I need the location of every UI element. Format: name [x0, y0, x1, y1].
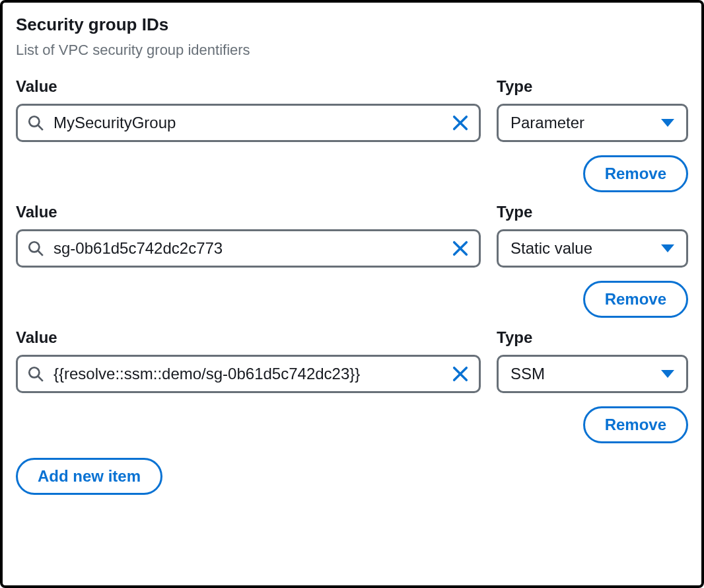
remove-button[interactable]: Remove — [583, 406, 688, 443]
row-actions: Remove — [16, 281, 688, 318]
value-input-wrap[interactable] — [16, 229, 481, 268]
caret-down-icon — [661, 244, 674, 252]
type-column: Type Static value — [497, 203, 688, 268]
security-group-panel: Security group IDs List of VPC security … — [0, 0, 704, 588]
svg-line-9 — [38, 377, 43, 381]
type-column: Type Parameter — [497, 77, 688, 142]
type-select-value: SSM — [510, 365, 545, 383]
type-select-value: Parameter — [510, 114, 584, 132]
svg-line-5 — [38, 251, 43, 256]
value-input[interactable] — [52, 239, 443, 258]
item-row: Value Type Parameter — [16, 77, 688, 142]
svg-point-4 — [29, 242, 39, 252]
value-label: Value — [16, 328, 481, 347]
type-label: Type — [497, 203, 688, 221]
svg-point-0 — [29, 116, 39, 126]
type-label: Type — [497, 77, 688, 96]
remove-button[interactable]: Remove — [583, 155, 688, 192]
section-title: Security group IDs — [16, 15, 688, 35]
search-icon — [27, 365, 44, 383]
close-icon[interactable] — [451, 114, 470, 132]
search-icon — [27, 114, 44, 131]
value-column: Value — [16, 203, 481, 268]
svg-point-8 — [29, 367, 39, 377]
type-select-value: Static value — [510, 239, 592, 258]
value-column: Value — [16, 77, 481, 142]
svg-line-1 — [38, 126, 43, 130]
value-input[interactable] — [52, 364, 443, 384]
value-label: Value — [16, 203, 481, 221]
caret-down-icon — [661, 370, 674, 378]
type-select[interactable]: SSM — [497, 355, 688, 393]
close-icon[interactable] — [451, 365, 470, 383]
caret-down-icon — [661, 119, 674, 127]
add-item-button[interactable]: Add new item — [16, 458, 162, 495]
type-select[interactable]: Parameter — [497, 104, 688, 142]
type-column: Type SSM — [497, 328, 688, 393]
item-row: Value Type Static value — [16, 203, 688, 268]
value-input-wrap[interactable] — [16, 355, 481, 393]
search-icon — [27, 240, 44, 257]
item-row: Value Type SSM — [16, 328, 688, 393]
value-input[interactable] — [52, 113, 443, 133]
remove-button[interactable]: Remove — [583, 281, 688, 318]
type-select[interactable]: Static value — [497, 229, 688, 268]
row-actions: Remove — [16, 155, 688, 192]
section-subtitle: List of VPC security group identifiers — [16, 42, 688, 59]
value-input-wrap[interactable] — [16, 104, 481, 142]
type-label: Type — [497, 328, 688, 347]
add-item-row: Add new item — [16, 458, 688, 495]
row-actions: Remove — [16, 406, 688, 443]
value-column: Value — [16, 328, 481, 393]
value-label: Value — [16, 77, 481, 96]
close-icon[interactable] — [451, 239, 470, 258]
